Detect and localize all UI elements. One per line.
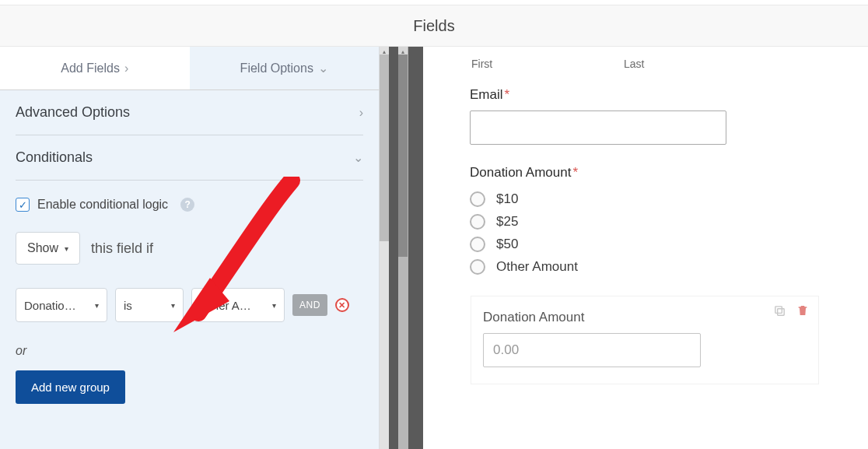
radio-icon[interactable] <box>470 237 485 252</box>
select-value: Show <box>27 241 58 255</box>
amount-label: Donation Amount <box>483 310 584 325</box>
radio-label: $50 <box>496 237 518 252</box>
chevron-down-icon: ⌄ <box>318 61 328 75</box>
radio-option[interactable]: Other Amount <box>470 259 820 275</box>
chevron-down-icon: ▾ <box>65 244 68 253</box>
name-field: First Last <box>470 58 820 70</box>
tab-field-options[interactable]: Field Options ⌄ <box>190 47 380 89</box>
radio-option[interactable]: $50 <box>470 237 820 252</box>
required-icon: * <box>505 87 510 102</box>
section-conditionals[interactable]: Conditionals ⌄ <box>16 135 363 181</box>
label-text: Email <box>470 87 503 102</box>
or-separator: or <box>16 344 363 358</box>
tab-add-fields-label: Add Fields <box>61 61 120 75</box>
radio-option[interactable]: $10 <box>470 191 820 207</box>
conditional-action-select[interactable]: Show ▾ <box>16 232 80 265</box>
sublabel-first: First <box>471 58 577 70</box>
radio-label: $10 <box>496 191 518 207</box>
left-panel: Add Fields › Field Options ⌄ Advanced Op… <box>0 47 380 449</box>
scroll-thumb[interactable] <box>398 54 408 257</box>
header-bar: Fields <box>0 5 868 47</box>
radio-icon[interactable] <box>470 259 485 275</box>
rule-delete-button[interactable]: ✕ <box>335 298 349 312</box>
chevron-right-icon: › <box>359 106 363 120</box>
right-scrollbar[interactable]: ▴ <box>398 47 408 449</box>
add-group-label: Add new group <box>31 381 110 394</box>
select-value: is <box>124 299 132 312</box>
and-label: AND <box>299 300 320 310</box>
svg-rect-0 <box>777 308 784 315</box>
enable-conditional-checkbox[interactable]: ✓ <box>16 198 30 212</box>
enable-conditional-label: Enable conditional logic <box>37 198 168 212</box>
help-icon[interactable]: ? <box>180 198 194 212</box>
donation-amount-field[interactable]: Donation Amount* $10 $25 $50 Other Amou <box>470 165 820 275</box>
gutter-dark <box>389 47 398 449</box>
email-field[interactable]: Email* <box>470 87 820 145</box>
radio-option[interactable]: $25 <box>470 214 820 230</box>
tab-field-options-label: Field Options <box>240 61 313 75</box>
radio-label: $25 <box>496 214 518 230</box>
conditional-phrase: this field if <box>91 240 153 257</box>
rule-operator-select[interactable]: is ▾ <box>115 288 184 322</box>
required-icon: * <box>572 165 578 180</box>
rule-value-select[interactable]: Other A… ▾ <box>191 288 285 322</box>
add-new-group-button[interactable]: Add new group <box>16 370 125 404</box>
amount-placeholder: 0.00 <box>493 342 519 358</box>
email-input[interactable] <box>470 110 726 145</box>
page-title: Fields <box>413 17 454 35</box>
tab-add-fields[interactable]: Add Fields › <box>0 47 190 89</box>
section-label: Conditionals <box>16 149 93 166</box>
select-value: Other A… <box>200 299 251 312</box>
email-label: Email* <box>470 87 509 103</box>
trash-icon[interactable] <box>796 303 810 317</box>
section-label: Advanced Options <box>16 104 130 121</box>
duplicate-icon[interactable] <box>772 303 786 317</box>
scroll-thumb[interactable] <box>380 54 389 241</box>
section-advanced-options[interactable]: Advanced Options › <box>16 90 363 135</box>
radio-label: Other Amount <box>496 259 578 275</box>
chevron-down-icon: ⌄ <box>353 150 363 165</box>
chevron-down-icon: ▾ <box>272 301 276 310</box>
radio-icon[interactable] <box>470 191 485 207</box>
chevron-right-icon: › <box>124 61 128 75</box>
rule-field-select[interactable]: Donatio… ▾ <box>16 288 107 322</box>
donation-label: Donation Amount* <box>470 165 578 181</box>
top-border <box>0 0 868 5</box>
left-tabs: Add Fields › Field Options ⌄ <box>0 47 379 90</box>
chevron-down-icon: ▾ <box>171 301 175 310</box>
select-value: Donatio… <box>24 299 76 312</box>
label-text: Donation Amount <box>470 165 571 180</box>
amount-input[interactable]: 0.00 <box>483 333 701 367</box>
donation-amount-number-field[interactable]: Donation Amount 0.00 <box>470 295 820 385</box>
svg-rect-1 <box>775 306 782 313</box>
chevron-down-icon: ▾ <box>95 301 99 310</box>
sublabel-last: Last <box>624 58 644 70</box>
form-preview: First Last Email* Donation Amount* $10 <box>423 47 859 449</box>
scroll-region: ▴ ▴ <box>380 47 408 449</box>
rule-and-button[interactable]: AND <box>292 294 327 316</box>
left-scrollbar[interactable]: ▴ <box>380 47 389 449</box>
radio-icon[interactable] <box>470 214 485 230</box>
